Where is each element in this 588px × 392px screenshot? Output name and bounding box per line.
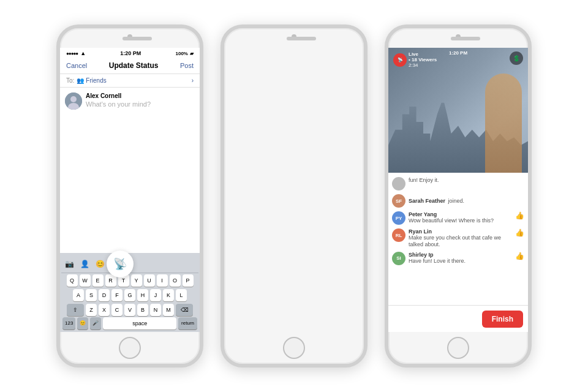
camera-toolbar-icon[interactable]: 📷 — [65, 260, 74, 268]
ryan-avatar: RL — [392, 228, 405, 242]
to-label: To: — [66, 77, 74, 84]
key-n[interactable]: N — [150, 304, 161, 316]
keyboard-row-1: Q W E R T Y U I O P — [62, 274, 197, 287]
key-space[interactable]: space — [103, 317, 176, 330]
key-v[interactable]: V — [124, 304, 135, 316]
phone-1: ●●●●● ▲ 1:20 PM 100% ▰ Cancel Update Sta… — [56, 24, 203, 368]
ryan-body: Ryan Lin Make sure you check out that ca… — [409, 228, 512, 248]
key-j[interactable]: J — [150, 289, 161, 301]
key-a[interactable]: A — [73, 289, 84, 301]
key-mic[interactable]: 🎤 — [90, 317, 101, 330]
peter-name: Peter Yang — [409, 211, 512, 217]
home-button-2[interactable] — [283, 337, 305, 359]
key-i[interactable]: I — [157, 274, 168, 287]
key-c[interactable]: C — [111, 304, 123, 316]
key-o[interactable]: O — [170, 274, 181, 287]
comment-peter: PY Peter Yang Wow beautiful view! Where … — [388, 209, 528, 227]
key-h[interactable]: H — [137, 289, 148, 301]
finish-bar: Finish — [388, 305, 528, 332]
friends-label: Friends — [86, 77, 106, 84]
key-f[interactable]: F — [111, 289, 123, 301]
system-avatar — [392, 177, 405, 190]
person-toolbar-icon[interactable]: 👤 — [80, 260, 89, 268]
peter-text: Wow beautiful view! Where is this? — [409, 217, 512, 224]
key-m[interactable]: M — [163, 304, 174, 316]
nav-bar-1: Cancel Update Status Post — [60, 58, 200, 74]
p3-time: 1:20 PM — [449, 50, 467, 56]
key-k[interactable]: K — [163, 289, 174, 301]
page-title: Update Status — [109, 61, 159, 70]
status-bar-1: ●●●●● ▲ 1:20 PM 100% ▰ — [60, 48, 200, 58]
comments-area: fun! Enjoy it. SF Sarah Feather joined. … — [388, 173, 528, 305]
key-l[interactable]: L — [176, 289, 187, 301]
ryan-name: Ryan Lin — [409, 228, 512, 235]
join-body: Sarah Feather joined. — [409, 194, 524, 205]
key-p[interactable]: P — [183, 274, 194, 287]
shirley-like[interactable]: 👍 — [515, 252, 524, 260]
live-timer: 2:34 — [409, 62, 437, 68]
battery-area: 100% ▰ — [176, 51, 194, 56]
battery-percent: 100% — [176, 51, 188, 56]
sarah-name: Sarah Feather — [409, 198, 445, 204]
p3-settings-button[interactable]: 💲 — [510, 51, 523, 65]
post-composition-area[interactable]: Alex Cornell What's on your mind? — [60, 88, 200, 253]
key-d[interactable]: D — [99, 289, 110, 301]
key-backspace[interactable]: ⌫ — [176, 304, 193, 316]
post-content: Alex Cornell What's on your mind? — [86, 92, 195, 248]
live-toolbar-icon[interactable]: 📡 — [113, 257, 127, 271]
shirley-name: Shirley Ip — [409, 252, 512, 258]
peter-body: Peter Yang Wow beautiful view! Where is … — [409, 211, 512, 224]
key-w[interactable]: W — [80, 274, 91, 287]
key-q[interactable]: Q — [67, 274, 78, 287]
emoji-toolbar-icon[interactable]: 😊 — [96, 260, 105, 268]
key-numbers[interactable]: 123 — [62, 317, 75, 330]
key-z[interactable]: Z — [86, 304, 97, 316]
shirley-avatar: SI — [392, 252, 405, 265]
ryan-text: Make sure you check out that cafe we tal… — [409, 235, 512, 248]
ryan-like[interactable]: 👍 — [515, 228, 524, 237]
key-shift[interactable]: ⇧ — [67, 304, 84, 316]
screen-3: 1:20 PM 📡 Live • 18 Viewers 2:34 💲 fun! … — [388, 48, 528, 332]
joined-text: joined. — [448, 198, 464, 204]
to-bar[interactable]: To: 👥 Friends › — [60, 74, 200, 88]
key-emoji[interactable]: 😊 — [77, 317, 88, 330]
key-return[interactable]: return — [178, 317, 197, 330]
key-e[interactable]: E — [92, 274, 104, 287]
sarah-avatar: SF — [392, 194, 405, 208]
phone-3: 1:20 PM 📡 Live • 18 Viewers 2:34 💲 fun! … — [385, 24, 532, 368]
shirley-body: Shirley Ip Have fun! Love it there. — [409, 252, 512, 265]
svg-point-1 — [70, 96, 77, 102]
key-x[interactable]: X — [99, 304, 110, 316]
hand-graphic — [485, 74, 522, 176]
finish-button[interactable]: Finish — [482, 311, 523, 328]
live-video-bg: 1:20 PM 📡 Live • 18 Viewers 2:34 💲 — [388, 48, 528, 176]
home-button-3[interactable] — [447, 337, 469, 359]
key-y[interactable]: Y — [131, 274, 142, 287]
audience-selector[interactable]: 👥 Friends — [77, 77, 106, 84]
screen-1: ●●●●● ▲ 1:20 PM 100% ▰ Cancel Update Sta… — [60, 48, 200, 332]
speaker-2 — [287, 37, 316, 40]
user-avatar — [65, 92, 82, 110]
status-input[interactable]: What's on your mind? — [86, 100, 195, 108]
live-icon: 📡 — [398, 58, 403, 62]
post-button[interactable]: Post — [180, 62, 194, 69]
live-label: Live — [409, 51, 437, 57]
key-u[interactable]: U — [144, 274, 155, 287]
live-red-dot: 📡 — [393, 53, 407, 67]
speaker-3 — [451, 37, 480, 40]
peter-like[interactable]: 👍 — [515, 211, 524, 220]
chevron-icon: › — [192, 77, 194, 84]
system-text: fun! Enjoy it. — [409, 177, 439, 184]
cancel-button[interactable]: Cancel — [66, 62, 87, 69]
speaker-1 — [123, 37, 152, 40]
key-b[interactable]: B — [137, 304, 148, 316]
user-name: Alex Cornell — [86, 92, 195, 99]
friends-icon: 👥 — [77, 77, 84, 84]
keyboard-bottom-row: 123 😊 🎤 space return — [61, 316, 198, 331]
key-g[interactable]: G — [124, 289, 135, 301]
live-badge: 📡 Live • 18 Viewers 2:34 — [393, 51, 437, 68]
key-s[interactable]: S — [86, 289, 97, 301]
signal-icon: ●●●●● — [66, 51, 78, 56]
shirley-text: Have fun! Love it there. — [409, 258, 512, 265]
home-button-1[interactable] — [119, 337, 141, 359]
